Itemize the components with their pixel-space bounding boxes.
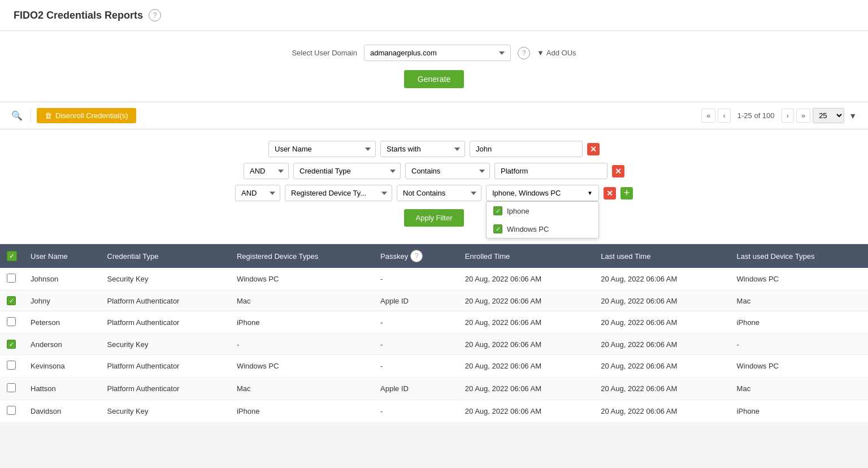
windowspc-label: Windows PC (507, 225, 549, 233)
filter3-multiselect-value: Iphone, Windows PC (492, 189, 561, 197)
table-row: KevinsonaPlatform AuthenticatorWindows P… (0, 355, 868, 378)
row-5-username: Hattson (24, 378, 101, 400)
table-container: User Name Credential Type Registered Dev… (0, 244, 868, 423)
row-5-checkbox[interactable] (7, 383, 16, 392)
filter1-value-input[interactable] (470, 141, 583, 157)
apply-filter-button[interactable]: Apply Filter (404, 209, 463, 227)
add-filter-button[interactable]: + (620, 187, 633, 200)
row-2-checkbox[interactable] (7, 317, 16, 326)
filter-section: User Name Starts with ✕ AND OR Credentia… (0, 129, 868, 244)
row-1-checkbox[interactable] (7, 296, 16, 305)
col-header-credtype: Credential Type (101, 244, 230, 268)
domain-label: Select User Domain (292, 49, 357, 57)
row-3-checkbox[interactable] (7, 340, 16, 349)
row-2-regdevice: iPhone (230, 311, 374, 334)
filter1-remove-button[interactable]: ✕ (587, 143, 600, 155)
row-1-username: Johny (24, 291, 101, 311)
row-4-username: Kevinsona (24, 355, 101, 378)
table-row: DavidsonSecurity KeyiPhone-20 Aug, 2022 … (0, 400, 868, 423)
first-page-button[interactable]: « (701, 109, 715, 123)
table-row: HattsonPlatform AuthenticatorMacApple ID… (0, 378, 868, 400)
row-1-enrolled: 20 Aug, 2022 06:06 AM (458, 291, 594, 311)
filter1-field-select[interactable]: User Name (268, 141, 376, 157)
row-2-passkey: - (374, 311, 458, 334)
row-5-passkey: Apple ID (374, 378, 458, 400)
filter2-and-select[interactable]: AND OR (244, 163, 289, 179)
row-2-lastused: 20 Aug, 2022 06:06 AM (594, 311, 730, 334)
add-ous-button[interactable]: ▼ Add OUs (537, 49, 576, 57)
last-page-button[interactable]: » (796, 109, 810, 123)
passkey-help-icon[interactable]: ? (410, 250, 423, 262)
row-4-lastdevice: Windows PC (730, 355, 868, 378)
iphone-checkbox (493, 206, 502, 215)
prev-page-button[interactable]: ‹ (718, 109, 730, 123)
select-all-checkbox[interactable] (7, 251, 17, 261)
chevron-down-icon: ▼ (587, 190, 593, 196)
row-6-enrolled: 20 Aug, 2022 06:06 AM (458, 400, 594, 423)
row-0-checkbox[interactable] (7, 274, 16, 283)
col-header-regdevice: Registered Device Types (230, 244, 374, 268)
filter3-and-select[interactable]: AND OR (235, 185, 280, 201)
filter3-option-iphone[interactable]: Iphone (487, 202, 598, 220)
row-5-lastdevice: Mac (730, 378, 868, 400)
row-2-enrolled: 20 Aug, 2022 06:06 AM (458, 311, 594, 334)
row-4-checkbox[interactable] (7, 361, 16, 370)
filter2-field-select[interactable]: Credential Type (293, 163, 401, 179)
row-3-username: Anderson (24, 334, 101, 355)
filter2-remove-button[interactable]: ✕ (612, 165, 624, 177)
top-section: Select User Domain admanagerplus.com ? ▼… (0, 31, 868, 102)
row-5-credtype: Platform Authenticator (101, 378, 230, 400)
col-header-lastused: Last used Time (594, 244, 730, 268)
table-header-row: User Name Credential Type Registered Dev… (0, 244, 868, 268)
toolbar: 🔍 🗑 Disenroll Credential(s) « ‹ 1-25 of … (0, 102, 868, 129)
trash-icon: 🗑 (45, 111, 52, 120)
row-2-checkbox-cell (0, 311, 24, 334)
pagination: « ‹ 1-25 of 100 › » 25 50 100 ▼ (701, 108, 859, 123)
row-6-checkbox[interactable] (7, 406, 16, 415)
search-icon-button[interactable]: 🔍 (9, 108, 25, 123)
filter3-remove-button[interactable]: ✕ (604, 187, 616, 200)
row-5-lastused: 20 Aug, 2022 06:06 AM (594, 378, 730, 400)
table-row: JohnsonSecurity KeyWindows PC-20 Aug, 20… (0, 268, 868, 291)
row-3-checkbox-cell (0, 334, 24, 355)
col-header-passkey: Passkey ? (374, 244, 458, 268)
row-0-passkey: - (374, 268, 458, 291)
filter3-option-windowspc[interactable]: Windows PC (487, 220, 598, 238)
row-4-regdevice: Windows PC (230, 355, 374, 378)
row-4-credtype: Platform Authenticator (101, 355, 230, 378)
page-help-icon[interactable]: ? (149, 9, 161, 21)
row-0-credtype: Security Key (101, 268, 230, 291)
generate-button[interactable]: Generate (404, 70, 464, 88)
windowspc-checkbox (493, 224, 502, 233)
per-page-select[interactable]: 25 50 100 (813, 108, 844, 123)
filter2-op-select[interactable]: Contains (405, 163, 490, 179)
page-title: FIDO2 Credentials Reports (14, 10, 143, 21)
row-4-enrolled: 20 Aug, 2022 06:06 AM (458, 355, 594, 378)
disenroll-button[interactable]: 🗑 Disenroll Credential(s) (37, 108, 136, 123)
page-header: FIDO2 Credentials Reports ? (0, 0, 868, 31)
disenroll-label: Disenroll Credential(s) (55, 111, 128, 120)
table-body: JohnsonSecurity KeyWindows PC-20 Aug, 20… (0, 268, 868, 423)
row-1-lastdevice: Mac (730, 291, 868, 311)
add-ous-label: Add OUs (546, 49, 576, 57)
next-page-button[interactable]: › (782, 109, 794, 123)
row-4-lastused: 20 Aug, 2022 06:06 AM (594, 355, 730, 378)
filter3-op-select[interactable]: Not Contains (397, 185, 481, 201)
domain-select[interactable]: admanagerplus.com (364, 45, 511, 61)
column-filter-button[interactable]: ▼ (847, 109, 859, 123)
filter2-value-input[interactable] (494, 163, 607, 179)
row-6-passkey: - (374, 400, 458, 423)
domain-row: Select User Domain admanagerplus.com ? ▼… (292, 45, 576, 61)
table-row: PetersonPlatform AuthenticatoriPhone-20 … (0, 311, 868, 334)
filter1-op-select[interactable]: Starts with (380, 141, 465, 157)
row-1-credtype: Platform Authenticator (101, 291, 230, 311)
filter3-field-select[interactable]: Registered Device Ty... (285, 185, 392, 201)
row-6-checkbox-cell (0, 400, 24, 423)
row-5-enrolled: 20 Aug, 2022 06:06 AM (458, 378, 594, 400)
domain-help-icon[interactable]: ? (518, 47, 530, 59)
row-2-credtype: Platform Authenticator (101, 311, 230, 334)
row-3-enrolled: 20 Aug, 2022 06:06 AM (458, 334, 594, 355)
row-3-lastdevice: - (730, 334, 868, 355)
row-0-lastused: 20 Aug, 2022 06:06 AM (594, 268, 730, 291)
filter3-multiselect-button[interactable]: Iphone, Windows PC ▼ (486, 185, 599, 201)
